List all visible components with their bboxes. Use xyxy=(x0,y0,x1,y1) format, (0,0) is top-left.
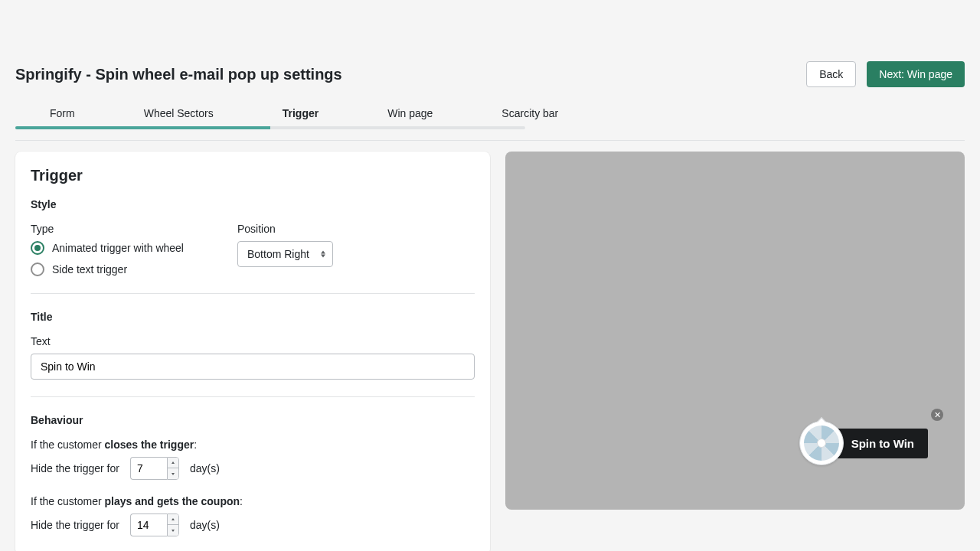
stepper-down-icon[interactable] xyxy=(168,468,178,479)
tab-win-page[interactable]: Win page xyxy=(353,101,467,126)
text-label: Text xyxy=(31,335,475,347)
title-heading: Title xyxy=(31,311,475,323)
number-spinner xyxy=(167,514,179,536)
plays-days-input[interactable] xyxy=(130,514,167,536)
stepper-down-icon[interactable] xyxy=(168,525,178,536)
radio-animated-trigger[interactable]: Animated trigger with wheel xyxy=(31,241,184,255)
position-label: Position xyxy=(237,223,333,235)
number-spinner xyxy=(167,457,179,480)
tab-wheel-sectors[interactable]: Wheel Sectors xyxy=(109,101,248,126)
header-actions: Back Next: Win page xyxy=(806,61,965,87)
page-header: Springify - Spin wheel e-mail pop up set… xyxy=(15,61,965,87)
next-button[interactable]: Next: Win page xyxy=(867,61,965,87)
stepper-up-icon[interactable] xyxy=(168,458,178,468)
tabs: Form Wheel Sectors Trigger Win page Scar… xyxy=(15,101,965,129)
days-unit: day(s) xyxy=(190,519,220,531)
back-button[interactable]: Back xyxy=(806,61,856,87)
hide-label: Hide the trigger for xyxy=(31,519,119,531)
radio-label: Animated trigger with wheel xyxy=(52,242,184,254)
days-unit: day(s) xyxy=(190,462,220,474)
tab-form[interactable]: Form xyxy=(15,101,109,126)
progress-track xyxy=(15,126,525,129)
radio-label: Side text trigger xyxy=(52,263,127,276)
header-divider xyxy=(15,140,965,141)
type-field: Type Animated trigger with wheel Side te… xyxy=(31,223,184,276)
title-text-input[interactable] xyxy=(31,354,475,380)
behaviour-heading: Behaviour xyxy=(31,414,475,426)
close-icon[interactable]: ✕ xyxy=(931,409,943,421)
tab-trigger[interactable]: Trigger xyxy=(248,101,353,126)
trigger-preview[interactable]: Spin to Win ✕ xyxy=(799,421,928,465)
section-divider xyxy=(31,293,475,294)
radio-icon xyxy=(31,262,44,276)
stepper-up-icon[interactable] xyxy=(168,514,178,525)
progress-fill xyxy=(15,126,270,129)
type-label: Type xyxy=(31,223,184,235)
trigger-text: Spin to Win xyxy=(830,429,928,458)
spin-wheel-icon xyxy=(799,421,844,465)
behaviour-closes-text: If the customer closes the trigger: xyxy=(31,439,475,451)
position-select[interactable]: Bottom Right xyxy=(237,241,333,267)
position-field: Position Bottom Right xyxy=(237,223,333,267)
radio-side-text-trigger[interactable]: Side text trigger xyxy=(31,262,184,276)
preview-pane: Spin to Win ✕ xyxy=(505,152,965,510)
hide-label: Hide the trigger for xyxy=(31,462,119,474)
behaviour-plays-text: If the customer plays and gets the coupo… xyxy=(31,495,475,507)
settings-card: Trigger Style Type Animated trigger with… xyxy=(15,152,490,551)
closes-days-input[interactable] xyxy=(130,457,167,480)
page-title: Springify - Spin wheel e-mail pop up set… xyxy=(15,66,342,83)
style-heading: Style xyxy=(31,198,475,210)
radio-icon xyxy=(31,241,44,255)
section-divider xyxy=(31,396,475,397)
card-title: Trigger xyxy=(31,167,475,184)
tab-scarcity-bar[interactable]: Scarcity bar xyxy=(467,101,593,126)
